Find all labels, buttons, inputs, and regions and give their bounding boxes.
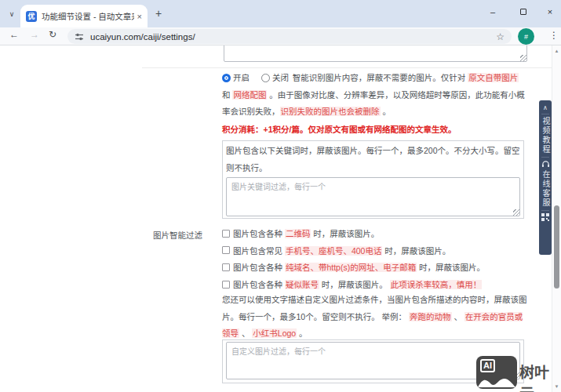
browser-menu-icon[interactable]: ⋮ bbox=[549, 30, 559, 41]
page-content: 开启 关闭 智能识别图片内容，屏蔽不需要的图片。仅针对 原文自带图片 和 网络配… bbox=[0, 45, 552, 392]
radio-on-label: 开启 bbox=[233, 73, 250, 82]
forward-button[interactable]: → bbox=[30, 29, 39, 40]
url-text[interactable]: ucaiyun.com/caiji/settings/ bbox=[90, 32, 496, 42]
resize-grip[interactable] bbox=[520, 55, 526, 61]
window-maximize-button[interactable] bbox=[512, 0, 535, 24]
restore-icon bbox=[520, 9, 526, 15]
account-checkbox[interactable] bbox=[222, 281, 230, 289]
site-favicon: 优 bbox=[26, 11, 37, 22]
site-info-icon[interactable] bbox=[75, 32, 84, 42]
tab-close-icon[interactable]: × bbox=[137, 12, 142, 21]
checkbox-row-account: 图片包含各种 疑似账号 时，屏蔽该图片。 此项误杀率较高，慎用！ bbox=[222, 276, 527, 293]
row-divider bbox=[142, 67, 552, 68]
image-smart-filter-label: 图片智能过滤 bbox=[153, 229, 202, 241]
ai-badge: AI bbox=[480, 359, 495, 372]
floating-side-widget: ∧ 视频教程 在线客服 bbox=[539, 100, 552, 255]
scroll-down-arrow[interactable]: ▼ bbox=[552, 384, 561, 389]
checkbox-row-label: 图片包含各种 纯域名、带http(s)的网址、电子邮箱 时，屏蔽该图片。 bbox=[233, 261, 485, 273]
refresh-button[interactable]: ↻ bbox=[49, 29, 56, 40]
browser-window: ∨ 优 功能细节设置 - 自动文章采集器 × + – × ← → ↻ ucaiy… bbox=[0, 0, 561, 392]
keyword-filter-textarea-wrap bbox=[226, 177, 520, 216]
image-filter-checkbox-list: 图片包含各种 二维码 时，屏蔽该图片。 图片包含常见 手机号、座机号、400电话… bbox=[222, 225, 527, 292]
new-tab-button[interactable]: + bbox=[155, 7, 162, 20]
custom-filter-description: 您还可以使用文字描述自定义图片过滤条件，当图片包含所描述的内容时，屏蔽该图片。每… bbox=[222, 292, 527, 343]
vertical-scrollbar[interactable]: ▲ ▼ bbox=[552, 45, 561, 392]
window-minimize-button[interactable]: – bbox=[481, 0, 505, 24]
tab-strip: ∨ 优 功能细节设置 - 自动文章采集器 × + – × bbox=[0, 0, 561, 27]
mountain-icon bbox=[478, 375, 515, 387]
radio-off-label: 关闭 bbox=[272, 73, 289, 82]
headset-icon bbox=[541, 160, 550, 168]
keyword-filter-description: 图片包含以下关键词时，屏蔽该图片。每行一个，最多200个。不分大小写。留空则不执… bbox=[226, 143, 520, 176]
widget-divider bbox=[541, 157, 549, 158]
bookmark-star-icon[interactable]: ☆ bbox=[496, 31, 505, 42]
scroll-up-arrow[interactable]: ▲ bbox=[552, 49, 561, 53]
phone-checkbox[interactable] bbox=[222, 246, 230, 254]
previous-setting-textarea[interactable] bbox=[224, 45, 527, 62]
previous-setting-textarea-wrap bbox=[224, 45, 527, 62]
checkbox-row-url: 图片包含各种 纯域名、带http(s)的网址、电子邮箱 时，屏蔽该图片。 bbox=[222, 259, 527, 276]
checkbox-row-label: 图片包含各种 疑似账号 时，屏蔽该图片。 此项误杀率较高，慎用！ bbox=[233, 278, 482, 290]
checkbox-row-qrcode: 图片包含各种 二维码 时，屏蔽该图片。 bbox=[222, 225, 527, 242]
browser-tab[interactable]: 优 功能细节设置 - 自动文章采集器 × bbox=[20, 5, 148, 27]
radio-off[interactable] bbox=[261, 74, 270, 82]
profile-avatar[interactable]: # bbox=[518, 28, 534, 45]
keyword-filter-box: 图片包含以下关键词时，屏蔽该图片。每行一个，最多200个。不分大小写。留空则不执… bbox=[222, 140, 524, 219]
points-cost-note: 积分消耗：+1积分/篇。仅对原文有图或有网络配图的文章生效。 bbox=[222, 123, 527, 135]
back-button[interactable]: ← bbox=[9, 29, 19, 40]
tab-search-chevron-icon[interactable]: ∨ bbox=[5, 8, 18, 20]
checkbox-row-phone: 图片包含常见 手机号、座机号、400电话 时，屏蔽该图片。 bbox=[222, 242, 527, 260]
radio-on[interactable] bbox=[222, 74, 231, 82]
watermark-ai-image-icon: AI bbox=[476, 356, 517, 389]
checkbox-row-label: 图片包含各种 二维码 时，屏蔽该图片。 bbox=[233, 227, 379, 239]
window-close-button[interactable]: × bbox=[538, 0, 561, 24]
smart-recognition-paragraph: 开启 关闭 智能识别图片内容，屏蔽不需要的图片。仅针对 原文自带图片 和 网络配… bbox=[222, 70, 527, 121]
collapse-chevron-icon[interactable]: ∧ bbox=[543, 104, 548, 111]
widget-divider bbox=[541, 114, 549, 114]
tab-title: 功能细节设置 - 自动文章采集器 bbox=[42, 10, 134, 22]
qr-code-icon[interactable] bbox=[541, 213, 549, 221]
online-service-button[interactable]: 在线客服 bbox=[539, 170, 552, 208]
watermark-brand-text: 树叶云 bbox=[519, 361, 552, 392]
address-bar[interactable]: ucaiyun.com/caiji/settings/ ☆ bbox=[67, 29, 512, 44]
qrcode-checkbox[interactable] bbox=[222, 230, 230, 238]
video-tutorial-button[interactable]: 视频教程 bbox=[539, 117, 552, 154]
widget-divider bbox=[541, 210, 549, 211]
url-email-checkbox[interactable] bbox=[222, 263, 230, 271]
scrollbar-thumb[interactable] bbox=[554, 205, 559, 289]
keyword-filter-textarea[interactable] bbox=[226, 177, 520, 216]
resize-grip[interactable] bbox=[513, 209, 519, 216]
checkbox-row-label: 图片包含常见 手机号、座机号、400电话 时，屏蔽该图片。 bbox=[233, 245, 450, 256]
